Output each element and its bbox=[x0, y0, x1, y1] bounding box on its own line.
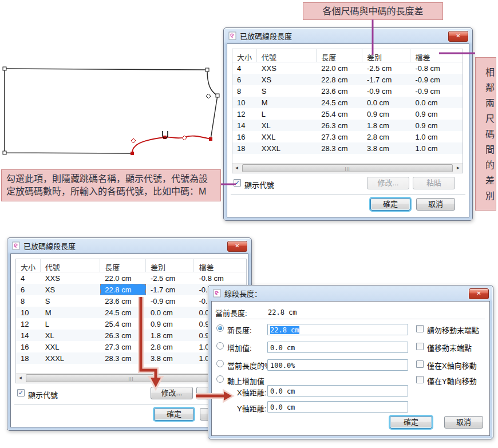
cell-diff[interactable]: -1.7 cm bbox=[146, 284, 195, 295]
cell-grade[interactable]: 0.0 cm bbox=[410, 97, 463, 108]
cell-length[interactable]: 25.4 cm bbox=[317, 108, 362, 120]
close-icon[interactable]: ✕ bbox=[448, 31, 468, 42]
percent-radio[interactable] bbox=[216, 360, 224, 367]
scroll-right-icon[interactable]: ► bbox=[454, 164, 463, 173]
cell-length[interactable]: 24.5 cm bbox=[317, 97, 362, 108]
cell-length[interactable]: 28.3 cm bbox=[100, 352, 146, 364]
cell-diff[interactable]: 3.8 cm bbox=[362, 142, 411, 154]
cell-size[interactable]: 6 bbox=[232, 74, 257, 85]
cell-length[interactable]: 24.5 cm bbox=[100, 307, 146, 318]
cell-size[interactable]: 12 bbox=[232, 108, 257, 120]
cell-code[interactable]: XL bbox=[257, 120, 317, 131]
cell-length[interactable]: 26.3 cm bbox=[100, 330, 146, 341]
cell-code[interactable]: L bbox=[257, 108, 317, 120]
cell-code[interactable]: XXXL bbox=[257, 142, 317, 154]
no-move-end-checkbox[interactable] bbox=[416, 325, 424, 332]
cell-code[interactable]: M bbox=[257, 97, 317, 108]
cell-diff[interactable]: -1.7 cm bbox=[362, 74, 411, 85]
y-distance-input[interactable]: 0.0 cm bbox=[267, 401, 408, 413]
show-code-checkbox[interactable]: ✓ bbox=[234, 179, 241, 187]
cell-code[interactable]: XS bbox=[257, 74, 317, 85]
cell-code[interactable]: S bbox=[41, 295, 100, 307]
table-row[interactable]: 12 L 25.4 cm 0.9 cm 0.9 cm bbox=[232, 108, 463, 120]
close-icon[interactable]: ✕ bbox=[469, 288, 489, 299]
cell-diff[interactable]: 0.9 cm bbox=[362, 108, 411, 120]
cell-grade[interactable]: -0.8 cm bbox=[410, 62, 463, 74]
cell-code[interactable]: XXS bbox=[41, 272, 100, 284]
cell-length[interactable]: 22.0 cm bbox=[100, 272, 146, 284]
cell-length[interactable]: 22.0 cm bbox=[317, 62, 362, 74]
cell-code[interactable]: L bbox=[41, 318, 100, 330]
ok-button[interactable]: 確定 bbox=[370, 198, 410, 211]
dialog-titlebar[interactable]: 已放碼線段長度 bbox=[224, 28, 472, 43]
cell-diff[interactable]: -2.5 cm bbox=[362, 62, 411, 74]
ok-button[interactable]: 確定 bbox=[390, 416, 432, 429]
cell-size[interactable]: 8 bbox=[16, 295, 41, 307]
axis-increment-radio[interactable] bbox=[216, 375, 224, 383]
y-axis-only-checkbox[interactable] bbox=[416, 376, 424, 383]
cell-length[interactable]: 23.6 cm bbox=[317, 85, 362, 97]
cell-size[interactable]: 18 bbox=[16, 352, 41, 364]
corner-handles[interactable] bbox=[3, 67, 219, 154]
increment-radio[interactable] bbox=[216, 342, 224, 350]
column-header[interactable]: 長度 bbox=[317, 49, 362, 62]
column-header[interactable]: 代號 bbox=[257, 49, 317, 62]
scrollbar-thumb[interactable]: ||| bbox=[242, 164, 453, 172]
cell-size[interactable]: 16 bbox=[232, 131, 257, 142]
percent-input[interactable]: 100.0% bbox=[267, 359, 408, 371]
cell-size[interactable]: 6 bbox=[16, 284, 41, 295]
cell-size[interactable]: 10 bbox=[16, 307, 41, 318]
cell-grade[interactable]: 1.0 cm bbox=[410, 142, 463, 154]
cancel-button[interactable]: 取消 bbox=[444, 416, 483, 429]
cell-size[interactable]: 8 bbox=[232, 85, 257, 97]
cell-diff[interactable]: 1.8 cm bbox=[146, 330, 195, 341]
close-icon[interactable]: ✕ bbox=[227, 241, 247, 252]
cell-diff[interactable]: 2.8 cm bbox=[362, 131, 411, 142]
column-header[interactable]: 檔差 bbox=[410, 49, 463, 62]
scrollbar-thumb[interactable]: ||| bbox=[26, 374, 236, 382]
column-header[interactable]: 差別 bbox=[362, 49, 411, 62]
cell-grade[interactable]: -0.9 cm bbox=[410, 85, 463, 97]
cell-length[interactable]: 22.8 cm bbox=[100, 284, 146, 295]
cell-size[interactable]: 14 bbox=[232, 120, 257, 131]
cell-diff[interactable]: 3.8 cm bbox=[146, 352, 195, 364]
table-row[interactable]: 18 XXXL 28.3 cm 3.8 cm 1.0 cm bbox=[232, 142, 463, 154]
cell-length[interactable]: 23.6 cm bbox=[100, 295, 146, 307]
cell-length[interactable]: 25.4 cm bbox=[100, 318, 146, 330]
cell-length[interactable]: 26.3 cm bbox=[317, 120, 362, 131]
table-row[interactable]: 16 XXL 27.3 cm 2.8 cm 1.0 cm bbox=[232, 131, 463, 142]
selected-segment-curve[interactable] bbox=[132, 136, 211, 153]
table-row[interactable]: 14 XL 26.3 cm 1.8 cm 0.9 cm bbox=[232, 120, 463, 131]
cell-diff[interactable]: 1.8 cm bbox=[362, 120, 411, 131]
cell-size[interactable]: 12 bbox=[16, 318, 41, 330]
cancel-button[interactable]: 取消 bbox=[416, 198, 455, 211]
cell-diff[interactable]: -2.5 cm bbox=[146, 272, 195, 284]
curve-point-diamond[interactable] bbox=[206, 94, 211, 98]
column-header[interactable]: 差別 bbox=[146, 259, 195, 272]
cell-diff[interactable]: 0.0 cm bbox=[146, 307, 195, 318]
cell-length[interactable]: 28.3 cm bbox=[317, 142, 362, 154]
x-distance-input[interactable]: 0.0 cm bbox=[267, 385, 408, 397]
cell-size[interactable]: 14 bbox=[16, 330, 41, 341]
column-header[interactable]: 檔差 bbox=[194, 259, 246, 272]
cell-size[interactable]: 4 bbox=[232, 62, 257, 74]
cell-diff[interactable]: -0.9 cm bbox=[146, 295, 195, 307]
cell-diff[interactable]: 0.9 cm bbox=[146, 318, 195, 330]
cell-code[interactable]: M bbox=[41, 307, 100, 318]
dialog-titlebar[interactable]: 線段長度： bbox=[208, 286, 493, 301]
scroll-left-icon[interactable]: ◄ bbox=[16, 374, 25, 383]
table-row[interactable]: 4 XXS 22.0 cm -2.5 cm -0.8 cm bbox=[16, 272, 246, 284]
cell-length[interactable]: 22.8 cm bbox=[317, 74, 362, 85]
column-header[interactable]: 長度 bbox=[100, 259, 146, 272]
cell-grade[interactable]: 1.0 cm bbox=[410, 131, 463, 142]
table-row[interactable]: 10 M 24.5 cm 0.0 cm 0.0 cm bbox=[232, 97, 463, 108]
table-row[interactable]: 4 XXS 22.0 cm -2.5 cm -0.8 cm bbox=[232, 62, 463, 74]
cell-code[interactable]: XS bbox=[41, 284, 100, 295]
dialog-titlebar[interactable]: 已放碼線段長度 bbox=[7, 238, 251, 253]
column-header[interactable]: 代號 bbox=[41, 259, 100, 272]
cell-size[interactable]: 16 bbox=[16, 341, 41, 352]
cell-grade[interactable]: 0.9 cm bbox=[410, 120, 463, 131]
cell-size[interactable]: 18 bbox=[232, 142, 257, 154]
cell-length[interactable]: 27.3 cm bbox=[100, 341, 146, 352]
segment-endpoint-handles[interactable] bbox=[131, 136, 212, 155]
